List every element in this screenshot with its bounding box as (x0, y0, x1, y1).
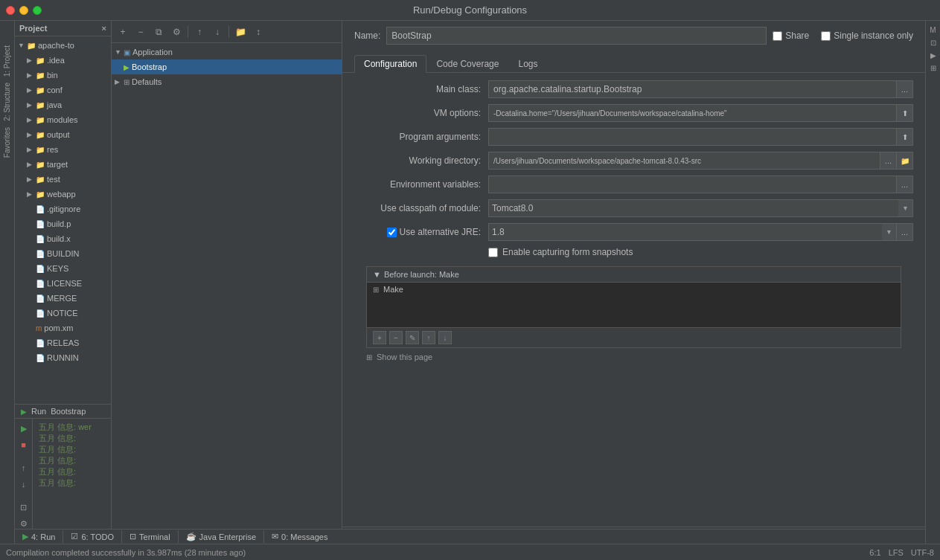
app-group-icon: ▣ (124, 48, 130, 57)
messages-tab[interactable]: ✉ 0: Messages (264, 530, 335, 543)
java-folder-icon: 📁 (36, 101, 45, 109)
tree-modules[interactable]: ▶ 📁 modules (15, 112, 111, 127)
app-group-arrow: ▼ (115, 48, 124, 56)
res-label: res (47, 145, 58, 154)
name-input[interactable] (386, 27, 767, 45)
config-application-group[interactable]: ▼ ▣ Application (112, 45, 342, 59)
show-page-label: Show this page (377, 353, 432, 361)
rerun-button[interactable]: ▶ (17, 422, 31, 435)
tab-code-coverage[interactable]: Code Coverage (426, 55, 508, 72)
tree-root[interactable]: ▼ 📁 apache-to (15, 38, 111, 53)
right-tool-2[interactable]: ▶ (928, 49, 939, 62)
tree-bin[interactable]: ▶ 📁 bin (15, 68, 111, 83)
tree-running[interactable]: 📄 RUNNIN (15, 350, 111, 365)
tree-release[interactable]: 📄 RELEAS (15, 335, 111, 350)
sort-config-button[interactable]: ↕ (250, 24, 266, 40)
share-checkbox[interactable] (773, 31, 782, 41)
tree-target[interactable]: ▶ 📁 target (15, 157, 111, 172)
run-tab[interactable]: ▶ 4: Run (15, 530, 63, 543)
tab-logs[interactable]: Logs (508, 55, 547, 72)
settings-config-button[interactable]: ⚙ (168, 24, 185, 40)
folder-config-button[interactable]: 📁 (232, 24, 249, 40)
right-tool-3[interactable]: ⊞ (928, 62, 939, 74)
before-launch-down-button[interactable]: ↓ (438, 331, 452, 344)
program-args-input[interactable] (488, 128, 897, 146)
classpath-select[interactable]: Tomcat8.0 (488, 199, 913, 217)
working-dir-input[interactable] (488, 152, 880, 170)
tree-keys[interactable]: 📄 KEYS (15, 261, 111, 276)
before-launch-up-button[interactable]: ↑ (422, 331, 435, 344)
java-enterprise-tab[interactable]: ☕ Java Enterprise (179, 530, 264, 543)
before-launch-remove-button[interactable]: − (389, 331, 403, 344)
tree-license[interactable]: 📄 LICENSE (15, 276, 111, 291)
arrow-up-button[interactable]: ↑ (191, 24, 208, 40)
tree-buildp[interactable]: 📄 build.p (15, 216, 111, 231)
todo-tab[interactable]: ☑ 6: TODO (63, 530, 122, 543)
project-close-icon[interactable]: × (102, 24, 106, 33)
capturing-checkbox[interactable] (488, 248, 498, 257)
tree-output[interactable]: ▶ 📁 output (15, 127, 111, 142)
tree-gitignore[interactable]: 📄 .gitignore (15, 202, 111, 216)
scroll-up-icon[interactable]: ↑ (17, 461, 31, 474)
tree-merge[interactable]: 📄 MERGE (15, 291, 111, 306)
merge-file-icon: 📄 (36, 295, 45, 303)
terminal-tab[interactable]: ⊡ Terminal (122, 530, 179, 543)
stop-button[interactable]: ■ (17, 438, 31, 451)
tree-res[interactable]: ▶ 📁 res (15, 142, 111, 157)
conf-label: conf (47, 86, 63, 94)
right-tool-1[interactable]: ⊡ (928, 36, 939, 49)
test-label: test (47, 175, 60, 184)
structure-tab[interactable]: 2: Structure (1, 80, 13, 123)
tree-notice[interactable]: 📄 NOTICE (15, 306, 111, 321)
vm-options-input[interactable] (488, 104, 897, 122)
tree-java-arrow: ▶ (27, 101, 36, 109)
share-checkbox-row: Share (773, 30, 809, 41)
scroll-down-icon[interactable]: ↓ (17, 477, 31, 491)
copy-config-button[interactable]: ⧉ (150, 24, 167, 40)
tree-building[interactable]: 📄 BUILDIN (15, 246, 111, 261)
make-item[interactable]: ⊞ Make (367, 283, 901, 296)
close-button[interactable] (6, 6, 15, 15)
java-enterprise-label: Java Enterprise (199, 532, 256, 541)
tree-pom[interactable]: m pom.xm (15, 321, 111, 335)
working-dir-browse-button[interactable]: … (880, 152, 897, 170)
tree-buildx[interactable]: 📄 build.x (15, 231, 111, 246)
env-vars-browse-button[interactable]: … (897, 176, 913, 193)
tree-test[interactable]: ▶ 📁 test (15, 172, 111, 187)
single-instance-checkbox[interactable] (821, 31, 831, 41)
config-tabs: Configuration Code Coverage Logs (342, 51, 925, 73)
env-vars-input[interactable] (488, 176, 897, 193)
tree-java[interactable]: ▶ 📁 java (15, 97, 111, 112)
before-launch-add-button[interactable]: + (373, 331, 386, 344)
alt-jre-select[interactable]: 1.8 (488, 223, 897, 241)
project-tab[interactable]: 1: Project (1, 43, 13, 79)
terminal-tab-icon: ⊡ (130, 532, 136, 541)
maven-icon[interactable]: M (927, 24, 938, 36)
config-bootstrap-item[interactable]: ▶ Bootstrap (112, 59, 342, 74)
env-vars-label: Environment variables: (354, 179, 488, 190)
working-dir-expand-button[interactable]: 📁 (897, 152, 913, 170)
main-class-browse-button[interactable]: … (897, 80, 913, 98)
maximize-button[interactable] (33, 6, 42, 15)
before-launch-edit-button[interactable]: ✎ (406, 331, 419, 344)
tree-webapp[interactable]: ▶ 📁 webapp (15, 187, 111, 202)
main-class-input[interactable] (488, 80, 897, 98)
tab-configuration[interactable]: Configuration (354, 55, 426, 73)
config-defaults-item[interactable]: ▶ ⊞ Defaults (112, 74, 342, 89)
tree-bin-arrow: ▶ (27, 71, 36, 79)
add-config-button[interactable]: + (115, 24, 131, 40)
run-bootstrap-tab[interactable]: Bootstrap (51, 407, 86, 416)
arrow-down-button[interactable]: ↓ (209, 24, 226, 40)
alt-jre-browse-button[interactable]: … (897, 223, 913, 241)
tree-output-arrow: ▶ (27, 131, 36, 138)
tree-idea[interactable]: ▶ 📁 .idea (15, 53, 111, 68)
vm-options-expand-button[interactable]: ⬆ (897, 104, 913, 122)
minimize-button[interactable] (19, 6, 28, 15)
program-args-expand-button[interactable]: ⬆ (897, 128, 913, 146)
wrap-icon[interactable]: ⊡ (17, 501, 31, 514)
favorites-tab[interactable]: Favorites (1, 125, 13, 160)
remove-config-button[interactable]: − (132, 24, 149, 40)
tree-conf[interactable]: ▶ 📁 conf (15, 83, 111, 97)
alt-jre-checkbox[interactable] (387, 228, 397, 237)
config-tree: ▼ ▣ Application ▶ Bootstrap ▶ ⊞ Def (112, 43, 342, 560)
